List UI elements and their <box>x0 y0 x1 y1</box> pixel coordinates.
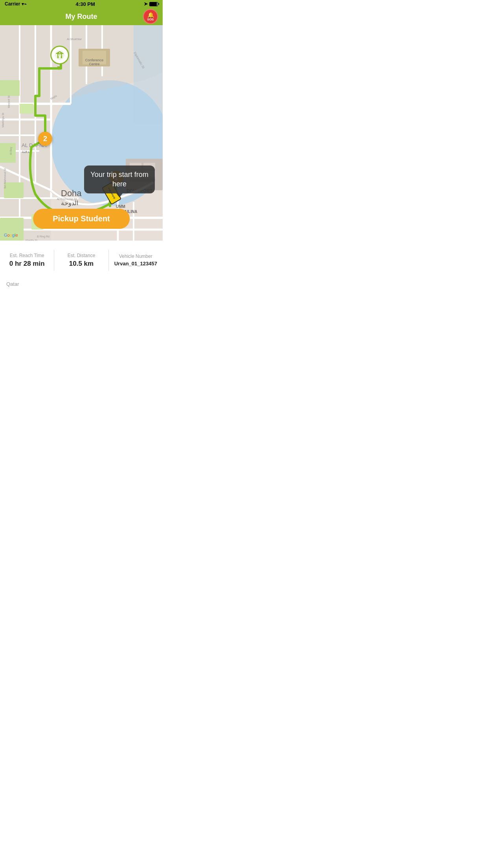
map-svg: DOHA PORT Conference Centre <box>0 25 163 241</box>
wifi-icon: ▾⌁ <box>22 2 27 7</box>
svg-rect-2 <box>134 25 163 123</box>
svg-point-40 <box>59 52 61 53</box>
header: My Route 🔔 SOS <box>0 8 163 25</box>
reach-time-value: 0 hr 28 min <box>9 260 45 268</box>
svg-text:Khalifa St: Khalifa St <box>26 239 37 241</box>
sos-bell-icon: 🔔 <box>147 12 154 18</box>
status-right: ➤ <box>144 1 158 7</box>
pickup-student-button[interactable]: Pickup Student <box>33 209 130 229</box>
school-arrow: ▼ <box>56 64 62 72</box>
info-subtext: Qatar <box>0 280 163 289</box>
svg-text:Conference: Conference <box>85 58 104 62</box>
svg-rect-39 <box>58 54 61 56</box>
svg-text:UMM: UMM <box>116 204 125 209</box>
distance-value: 10.5 km <box>69 260 94 268</box>
svg-text:Meshrif St: Meshrif St <box>7 96 10 108</box>
page-title: My Route <box>66 13 97 21</box>
svg-rect-16 <box>4 182 24 198</box>
svg-text:B Ring Rd: B Ring Rd <box>37 235 50 238</box>
svg-text:Doha: Doha <box>61 188 82 198</box>
reach-time-label: Est. Reach Time <box>10 253 44 258</box>
map-container: DOHA PORT Conference Centre <box>0 25 163 241</box>
location-icon: ➤ <box>144 1 148 7</box>
vehicle-value: Urvan_01_123457 <box>114 261 157 267</box>
svg-rect-15 <box>0 143 16 163</box>
svg-text:Al Mukhtar: Al Mukhtar <box>67 37 82 41</box>
vehicle-label: Vehicle Number <box>119 254 152 259</box>
stop-2-label: 2 <box>43 135 47 143</box>
svg-text:Markhiya St: Markhiya St <box>2 113 5 127</box>
battery-icon <box>149 2 158 6</box>
stop-2-marker[interactable]: 2 <box>38 132 52 146</box>
svg-rect-19 <box>20 104 33 114</box>
tooltip-text: Your trip start from here <box>90 171 148 188</box>
status-bar: Carrier ▾⌁ 4:30 PM ➤ <box>0 0 163 8</box>
svg-text:Al Bay: Al Bay <box>9 147 13 155</box>
tooltip-arrow <box>116 193 123 197</box>
sos-button[interactable]: 🔔 SOS <box>143 9 158 24</box>
info-row: Est. Reach Time 0 hr 28 min Est. Distanc… <box>0 241 163 280</box>
school-marker[interactable] <box>50 46 69 64</box>
svg-text:Centre: Centre <box>89 62 99 66</box>
info-panel: Est. Reach Time 0 hr 28 min Est. Distanc… <box>0 241 163 289</box>
sos-label: SOS <box>147 18 154 21</box>
vehicle-item: Vehicle Number Urvan_01_123457 <box>109 250 163 270</box>
svg-rect-14 <box>0 80 20 96</box>
status-left: Carrier ▾⌁ <box>5 1 27 7</box>
google-logo: Google <box>4 233 18 237</box>
svg-text:الدوحة: الدوحة <box>61 200 78 207</box>
distance-label: Est. Distance <box>68 253 95 258</box>
trip-tooltip: Your trip start from here <box>84 166 155 193</box>
status-time: 4:30 PM <box>76 1 95 7</box>
carrier-label: Carrier <box>5 1 20 7</box>
distance-item: Est. Distance 10.5 km <box>54 250 108 271</box>
svg-text:Ibn Mahmoud St: Ibn Mahmoud St <box>4 168 6 188</box>
reach-time-item: Est. Reach Time 0 hr 28 min <box>0 250 54 271</box>
